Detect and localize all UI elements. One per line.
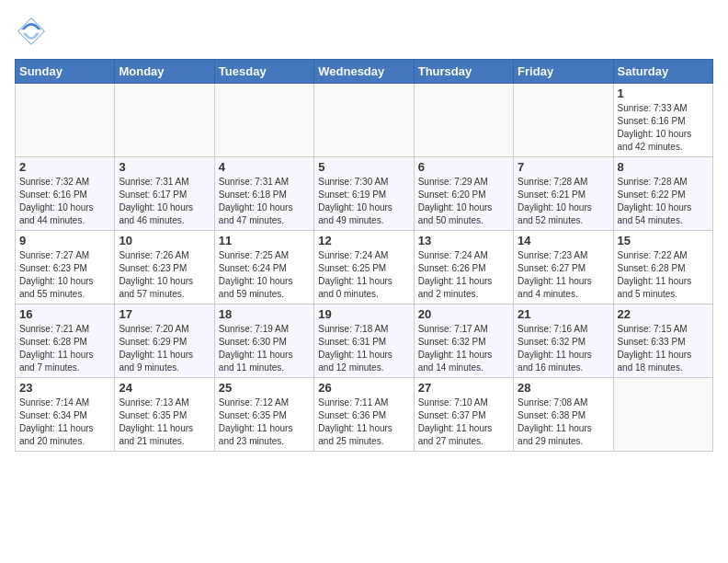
calendar-header: SundayMondayTuesdayWednesdayThursdayFrid…: [16, 60, 713, 84]
day-number: 6: [418, 160, 509, 174]
day-info: Sunrise: 7:28 AM Sunset: 6:22 PM Dayligh…: [618, 176, 709, 227]
day-info: Sunrise: 7:26 AM Sunset: 6:23 PM Dayligh…: [119, 249, 210, 301]
week-row-1: 1Sunrise: 7:33 AM Sunset: 6:16 PM Daylig…: [16, 84, 713, 157]
page-header: [15, 15, 713, 48]
week-row-3: 9Sunrise: 7:27 AM Sunset: 6:23 PM Daylig…: [16, 231, 713, 304]
day-info: Sunrise: 7:28 AM Sunset: 6:21 PM Dayligh…: [518, 176, 609, 227]
day-cell: 11Sunrise: 7:25 AM Sunset: 6:24 PM Dayli…: [214, 231, 313, 304]
day-info: Sunrise: 7:18 AM Sunset: 6:31 PM Dayligh…: [318, 323, 409, 374]
day-number: 24: [119, 381, 210, 395]
day-info: Sunrise: 7:21 AM Sunset: 6:28 PM Dayligh…: [19, 323, 110, 374]
day-info: Sunrise: 7:23 AM Sunset: 6:27 PM Dayligh…: [518, 249, 609, 301]
day-number: 15: [618, 234, 709, 247]
day-info: Sunrise: 7:30 AM Sunset: 6:19 PM Dayligh…: [318, 176, 409, 227]
day-number: 8: [618, 160, 709, 174]
day-cell: 5Sunrise: 7:30 AM Sunset: 6:19 PM Daylig…: [314, 157, 414, 231]
day-number: 1: [618, 86, 709, 100]
day-number: 11: [219, 234, 310, 247]
day-number: 17: [119, 307, 210, 321]
day-number: 19: [318, 307, 409, 321]
week-row-5: 23Sunrise: 7:14 AM Sunset: 6:34 PM Dayli…: [16, 378, 713, 452]
day-cell: 27Sunrise: 7:10 AM Sunset: 6:37 PM Dayli…: [414, 378, 513, 452]
day-cell: 18Sunrise: 7:19 AM Sunset: 6:30 PM Dayli…: [214, 304, 313, 378]
day-info: Sunrise: 7:19 AM Sunset: 6:30 PM Dayligh…: [219, 323, 310, 374]
day-cell: [314, 84, 414, 157]
day-number: 7: [518, 160, 609, 174]
day-cell: 10Sunrise: 7:26 AM Sunset: 6:23 PM Dayli…: [115, 231, 214, 304]
day-cell: [514, 84, 613, 157]
day-info: Sunrise: 7:32 AM Sunset: 6:16 PM Dayligh…: [19, 176, 110, 227]
weekday-tuesday: Tuesday: [214, 60, 313, 84]
day-info: Sunrise: 7:12 AM Sunset: 6:35 PM Dayligh…: [219, 396, 310, 448]
day-number: 28: [518, 381, 609, 395]
calendar-table: SundayMondayTuesdayWednesdayThursdayFrid…: [15, 59, 713, 452]
day-info: Sunrise: 7:24 AM Sunset: 6:26 PM Dayligh…: [418, 249, 509, 301]
day-number: 21: [518, 307, 609, 321]
day-number: 4: [219, 160, 310, 174]
day-cell: 9Sunrise: 7:27 AM Sunset: 6:23 PM Daylig…: [16, 231, 115, 304]
day-info: Sunrise: 7:27 AM Sunset: 6:23 PM Dayligh…: [19, 249, 110, 301]
day-info: Sunrise: 7:15 AM Sunset: 6:33 PM Dayligh…: [618, 323, 709, 374]
week-row-2: 2Sunrise: 7:32 AM Sunset: 6:16 PM Daylig…: [16, 157, 713, 231]
day-cell: 15Sunrise: 7:22 AM Sunset: 6:28 PM Dayli…: [613, 231, 712, 304]
svg-marker-0: [18, 18, 45, 45]
day-number: 14: [518, 234, 609, 247]
day-info: Sunrise: 7:14 AM Sunset: 6:34 PM Dayligh…: [19, 396, 110, 448]
day-number: 12: [318, 234, 409, 247]
day-number: 16: [19, 307, 110, 321]
day-number: 18: [219, 307, 310, 321]
day-cell: 7Sunrise: 7:28 AM Sunset: 6:21 PM Daylig…: [514, 157, 613, 231]
day-cell: 2Sunrise: 7:32 AM Sunset: 6:16 PM Daylig…: [16, 157, 115, 231]
day-info: Sunrise: 7:22 AM Sunset: 6:28 PM Dayligh…: [618, 249, 709, 301]
weekday-saturday: Saturday: [613, 60, 712, 84]
day-cell: [16, 84, 115, 157]
day-number: 5: [318, 160, 409, 174]
day-cell: 25Sunrise: 7:12 AM Sunset: 6:35 PM Dayli…: [214, 378, 313, 452]
weekday-wednesday: Wednesday: [314, 60, 414, 84]
day-cell: 23Sunrise: 7:14 AM Sunset: 6:34 PM Dayli…: [16, 378, 115, 452]
weekday-sunday: Sunday: [16, 60, 115, 84]
day-cell: 4Sunrise: 7:31 AM Sunset: 6:18 PM Daylig…: [214, 157, 313, 231]
day-cell: 19Sunrise: 7:18 AM Sunset: 6:31 PM Dayli…: [314, 304, 414, 378]
day-cell: 20Sunrise: 7:17 AM Sunset: 6:32 PM Dayli…: [414, 304, 513, 378]
day-cell: [214, 84, 313, 157]
day-cell: 8Sunrise: 7:28 AM Sunset: 6:22 PM Daylig…: [613, 157, 712, 231]
weekday-friday: Friday: [514, 60, 613, 84]
day-info: Sunrise: 7:20 AM Sunset: 6:29 PM Dayligh…: [119, 323, 210, 374]
week-row-4: 16Sunrise: 7:21 AM Sunset: 6:28 PM Dayli…: [16, 304, 713, 378]
weekday-thursday: Thursday: [414, 60, 513, 84]
day-number: 26: [318, 381, 409, 395]
day-number: 25: [219, 381, 310, 395]
day-info: Sunrise: 7:29 AM Sunset: 6:20 PM Dayligh…: [418, 176, 509, 227]
day-cell: [613, 378, 712, 452]
day-number: 13: [418, 234, 509, 247]
day-cell: 12Sunrise: 7:24 AM Sunset: 6:25 PM Dayli…: [314, 231, 414, 304]
logo-icon: [15, 15, 48, 48]
day-number: 23: [19, 381, 110, 395]
day-info: Sunrise: 7:17 AM Sunset: 6:32 PM Dayligh…: [418, 323, 509, 374]
day-info: Sunrise: 7:11 AM Sunset: 6:36 PM Dayligh…: [318, 396, 409, 448]
day-info: Sunrise: 7:31 AM Sunset: 6:17 PM Dayligh…: [119, 176, 210, 227]
day-number: 20: [418, 307, 509, 321]
day-cell: 6Sunrise: 7:29 AM Sunset: 6:20 PM Daylig…: [414, 157, 513, 231]
day-cell: 28Sunrise: 7:08 AM Sunset: 6:38 PM Dayli…: [514, 378, 613, 452]
day-number: 27: [418, 381, 509, 395]
day-cell: 26Sunrise: 7:11 AM Sunset: 6:36 PM Dayli…: [314, 378, 414, 452]
day-info: Sunrise: 7:13 AM Sunset: 6:35 PM Dayligh…: [119, 396, 210, 448]
weekday-monday: Monday: [115, 60, 214, 84]
day-cell: 24Sunrise: 7:13 AM Sunset: 6:35 PM Dayli…: [115, 378, 214, 452]
day-info: Sunrise: 7:33 AM Sunset: 6:16 PM Dayligh…: [618, 102, 709, 154]
day-info: Sunrise: 7:10 AM Sunset: 6:37 PM Dayligh…: [418, 396, 509, 448]
day-number: 2: [19, 160, 110, 174]
calendar-body: 1Sunrise: 7:33 AM Sunset: 6:16 PM Daylig…: [16, 84, 713, 452]
logo: [15, 15, 53, 48]
day-number: 3: [119, 160, 210, 174]
day-cell: [414, 84, 513, 157]
day-info: Sunrise: 7:25 AM Sunset: 6:24 PM Dayligh…: [219, 249, 310, 301]
day-cell: 3Sunrise: 7:31 AM Sunset: 6:17 PM Daylig…: [115, 157, 214, 231]
day-cell: [115, 84, 214, 157]
day-cell: 16Sunrise: 7:21 AM Sunset: 6:28 PM Dayli…: [16, 304, 115, 378]
day-info: Sunrise: 7:31 AM Sunset: 6:18 PM Dayligh…: [219, 176, 310, 227]
day-cell: 22Sunrise: 7:15 AM Sunset: 6:33 PM Dayli…: [613, 304, 712, 378]
day-info: Sunrise: 7:16 AM Sunset: 6:32 PM Dayligh…: [518, 323, 609, 374]
